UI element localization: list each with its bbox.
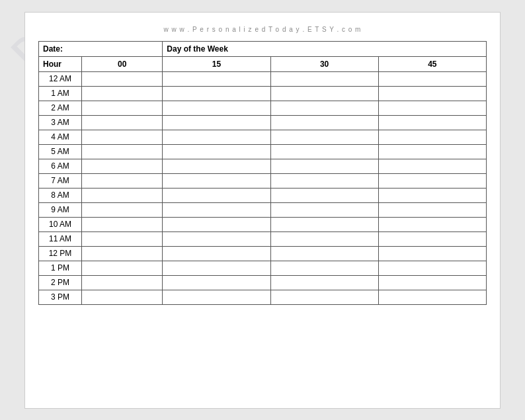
hour-cell: 2 PM — [39, 275, 82, 290]
schedule-cell[interactable] — [378, 202, 486, 217]
schedule-cell[interactable] — [163, 159, 270, 173]
schedule-cell[interactable] — [82, 159, 163, 173]
hour-cell: 4 AM — [39, 130, 82, 144]
schedule-cell[interactable] — [378, 188, 486, 202]
table-row: 12 PM — [39, 246, 487, 261]
schedule-cell[interactable] — [163, 71, 270, 86]
schedule-cell[interactable] — [82, 202, 163, 217]
schedule-cell[interactable] — [82, 261, 163, 275]
schedule-cell[interactable] — [163, 275, 270, 290]
schedule-cell[interactable] — [82, 115, 163, 130]
schedule-cell[interactable] — [378, 290, 486, 304]
hour-column-header: Hour — [39, 56, 82, 71]
schedule-cell[interactable] — [270, 275, 378, 290]
schedule-cell[interactable] — [378, 246, 486, 261]
table-row: 8 AM — [39, 188, 487, 202]
schedule-cell[interactable] — [163, 202, 270, 217]
schedule-cell[interactable] — [270, 159, 378, 173]
schedule-cell[interactable] — [270, 290, 378, 304]
schedule-cell[interactable] — [163, 173, 270, 188]
schedule-cell[interactable] — [163, 231, 270, 246]
schedule-cell[interactable] — [378, 86, 486, 101]
table-row: 9 AM — [39, 202, 487, 217]
schedule-cell[interactable] — [163, 144, 270, 159]
schedule-cell[interactable] — [270, 130, 378, 144]
schedule-cell[interactable] — [378, 231, 486, 246]
schedule-cell[interactable] — [378, 275, 486, 290]
schedule-cell[interactable] — [378, 173, 486, 188]
schedule-cell[interactable] — [270, 101, 378, 115]
schedule-cell[interactable] — [270, 144, 378, 159]
col-header-30: 30 — [270, 56, 378, 71]
table-row: 12 AM — [39, 71, 487, 86]
schedule-cell[interactable] — [378, 71, 486, 86]
schedule-cell[interactable] — [82, 86, 163, 101]
hour-cell: 1 PM — [39, 261, 82, 275]
website-url: w w w . P e r s o n a l i z e d T o d a … — [38, 26, 487, 33]
schedule-cell[interactable] — [82, 231, 163, 246]
schedule-cell[interactable] — [270, 246, 378, 261]
schedule-cell[interactable] — [378, 144, 486, 159]
table-row: 3 PM — [39, 290, 487, 304]
schedule-cell[interactable] — [378, 261, 486, 275]
table-row: 10 AM — [39, 217, 487, 231]
hour-cell: 12 AM — [39, 71, 82, 86]
page: w w w . P e r s o n a l i z e d T o d a … — [24, 12, 501, 409]
hour-cell: 2 AM — [39, 101, 82, 115]
table-row: 1 AM — [39, 86, 487, 101]
schedule-cell[interactable] — [163, 86, 270, 101]
schedule-table: Date: Day of the Week Hour 00 15 30 45 1… — [38, 41, 487, 305]
table-row: 3 AM — [39, 115, 487, 130]
hour-cell: 7 AM — [39, 173, 82, 188]
schedule-cell[interactable] — [82, 173, 163, 188]
schedule-cell[interactable] — [163, 290, 270, 304]
schedule-cell[interactable] — [378, 130, 486, 144]
col-header-00: 00 — [82, 56, 163, 71]
hour-cell: 6 AM — [39, 159, 82, 173]
schedule-cell[interactable] — [378, 217, 486, 231]
hour-cell: 10 AM — [39, 217, 82, 231]
schedule-cell[interactable] — [163, 217, 270, 231]
schedule-cell[interactable] — [270, 71, 378, 86]
schedule-cell[interactable] — [82, 144, 163, 159]
schedule-cell[interactable] — [163, 246, 270, 261]
schedule-cell[interactable] — [378, 101, 486, 115]
schedule-cell[interactable] — [270, 217, 378, 231]
hour-cell: 3 AM — [39, 115, 82, 130]
table-row: 2 AM — [39, 101, 487, 115]
schedule-cell[interactable] — [270, 173, 378, 188]
table-row: 6 AM — [39, 159, 487, 173]
schedule-cell[interactable] — [82, 275, 163, 290]
schedule-cell[interactable] — [163, 188, 270, 202]
schedule-cell[interactable] — [82, 246, 163, 261]
schedule-cell[interactable] — [270, 231, 378, 246]
header-row-labels: Hour 00 15 30 45 — [39, 56, 487, 71]
hour-cell: 12 PM — [39, 246, 82, 261]
schedule-cell[interactable] — [163, 261, 270, 275]
table-row: 2 PM — [39, 275, 487, 290]
schedule-cell[interactable] — [270, 261, 378, 275]
schedule-cell[interactable] — [82, 188, 163, 202]
schedule-cell[interactable] — [378, 115, 486, 130]
schedule-cell[interactable] — [82, 71, 163, 86]
schedule-cell[interactable] — [163, 115, 270, 130]
hour-cell: 8 AM — [39, 188, 82, 202]
date-label: Date: — [39, 41, 163, 56]
header-row-date: Date: Day of the Week — [39, 41, 487, 56]
schedule-cell[interactable] — [270, 202, 378, 217]
schedule-cell[interactable] — [163, 101, 270, 115]
schedule-cell[interactable] — [82, 217, 163, 231]
schedule-cell[interactable] — [82, 290, 163, 304]
hour-cell: 11 AM — [39, 231, 82, 246]
schedule-cell[interactable] — [270, 86, 378, 101]
schedule-cell[interactable] — [270, 115, 378, 130]
schedule-cell[interactable] — [378, 159, 486, 173]
schedule-cell[interactable] — [270, 188, 378, 202]
schedule-cell[interactable] — [82, 101, 163, 115]
table-row: 7 AM — [39, 173, 487, 188]
col-header-15: 15 — [163, 56, 270, 71]
schedule-cell[interactable] — [163, 130, 270, 144]
table-row: 1 PM — [39, 261, 487, 275]
schedule-cell[interactable] — [82, 130, 163, 144]
table-row: 5 AM — [39, 144, 487, 159]
